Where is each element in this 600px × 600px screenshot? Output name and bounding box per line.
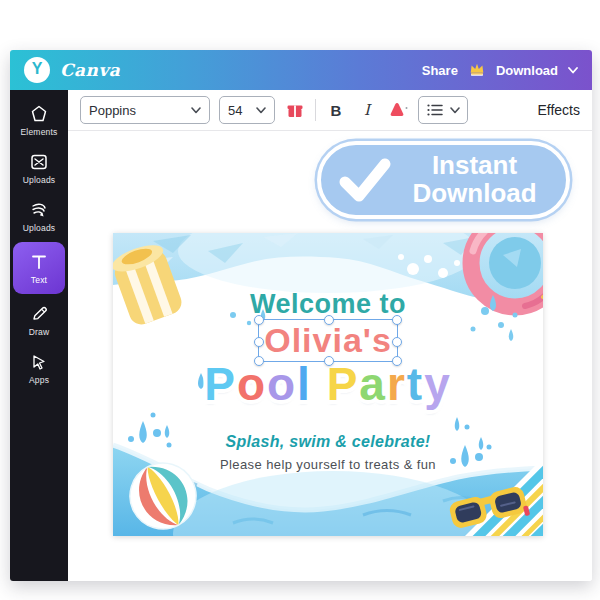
- sidebar-item-label: Uploads: [23, 223, 56, 233]
- checkmark-icon: [339, 156, 391, 204]
- chevron-down-icon: [450, 107, 460, 114]
- format-toolbar: Poppins 54: [68, 90, 592, 131]
- italic-button[interactable]: I: [356, 98, 378, 122]
- instant-download-badge: Instant Download: [317, 141, 570, 219]
- font-size-value: 54: [228, 103, 242, 118]
- gift-color-button[interactable]: [284, 98, 306, 122]
- text-color-icon: [387, 100, 409, 120]
- crown-icon: [468, 61, 486, 79]
- design-title-wrap[interactable]: Pool Party Pool Party: [113, 357, 543, 421]
- canva-app-window: Y Canva Share Download E: [10, 50, 592, 581]
- chevron-down-icon: [191, 107, 201, 114]
- selection-handle[interactable]: [392, 315, 402, 325]
- gift-icon: [286, 101, 304, 119]
- top-bar: Y Canva Share Download: [10, 50, 592, 90]
- sidebar-item-text[interactable]: Text: [13, 242, 65, 294]
- sidebar-item-label: Uploads: [23, 175, 56, 185]
- chevron-down-icon: [256, 107, 266, 114]
- selection-box[interactable]: [258, 319, 398, 362]
- screenshot-stage: Y Canva Share Download E: [0, 0, 600, 600]
- share-button[interactable]: Share: [422, 63, 458, 78]
- main-row: Elements Uploads Uploa: [10, 90, 592, 581]
- design-page[interactable]: Welcome to Olivia's: [113, 233, 543, 536]
- selection-handle[interactable]: [324, 356, 334, 366]
- canvas-area[interactable]: Instant Download: [68, 131, 592, 581]
- effects-button[interactable]: Effects: [537, 102, 580, 118]
- pencil-icon: [29, 304, 49, 324]
- sidebar-item-label: Apps: [29, 375, 49, 385]
- selection-handle[interactable]: [392, 337, 402, 347]
- list-style-select[interactable]: [418, 96, 468, 124]
- design-text-subtext[interactable]: Please help yourself to treats & fun: [113, 457, 543, 472]
- sidebar: Elements Uploads Uploa: [10, 90, 68, 581]
- sidebar-item-draw[interactable]: Draw: [10, 296, 68, 344]
- bullet-list-icon: [426, 102, 444, 118]
- canva-logo-glyph: Y: [32, 61, 43, 77]
- canva-logo[interactable]: Y: [24, 57, 50, 83]
- sidebar-item-elements[interactable]: Elements: [10, 96, 68, 144]
- sidebar-item-uploads-2[interactable]: Uploads: [10, 192, 68, 240]
- selection-handle[interactable]: [254, 337, 264, 347]
- app-title: Canva: [60, 60, 120, 80]
- toolbar-divider: [315, 99, 316, 121]
- sidebar-item-label: Draw: [29, 327, 50, 337]
- text-color-button[interactable]: [387, 98, 409, 122]
- bold-button[interactable]: B: [325, 98, 347, 122]
- download-chevron-icon[interactable]: [568, 67, 578, 74]
- selection-handle[interactable]: [254, 356, 264, 366]
- design-text-tagline[interactable]: Splash, swim & celebrate!: [113, 433, 543, 451]
- badge-text: Instant Download: [397, 152, 566, 207]
- text-icon: [29, 252, 49, 272]
- font-family-value: Poppins: [89, 103, 136, 118]
- content-column: Poppins 54: [68, 90, 592, 581]
- font-family-select[interactable]: Poppins: [80, 96, 210, 124]
- download-button[interactable]: Download: [496, 63, 558, 78]
- font-size-select[interactable]: 54: [219, 96, 275, 124]
- sidebar-item-label: Text: [31, 275, 47, 285]
- selection-handle[interactable]: [324, 315, 334, 325]
- sidebar-item-apps[interactable]: Apps: [10, 344, 68, 392]
- italic-icon: I: [364, 101, 370, 119]
- selection-handle[interactable]: [392, 356, 402, 366]
- cursor-icon: [29, 352, 49, 372]
- shapes-icon: [29, 104, 49, 124]
- swoosh-upload-icon: [29, 200, 49, 220]
- sidebar-item-uploads[interactable]: Uploads: [10, 144, 68, 192]
- badge-line2: Download: [397, 180, 552, 208]
- bold-icon: B: [331, 102, 342, 119]
- image-upload-icon: [29, 152, 49, 172]
- badge-line1: Instant: [397, 152, 552, 180]
- sidebar-item-label: Elements: [20, 127, 57, 137]
- selection-handle[interactable]: [254, 315, 264, 325]
